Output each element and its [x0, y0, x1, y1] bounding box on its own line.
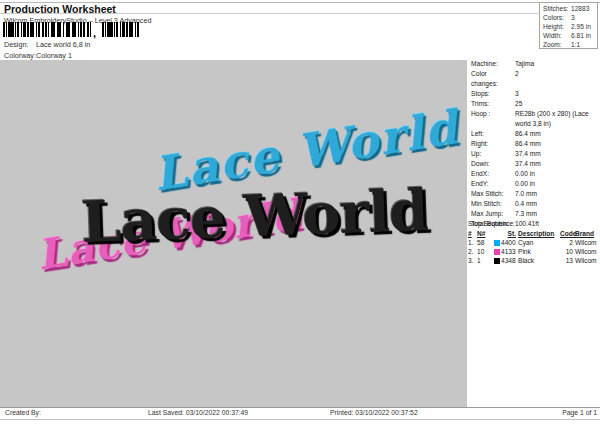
thread-number: 4348 [501, 256, 516, 265]
machine-label: Hoop : [471, 109, 515, 129]
stop-row-code: 10 [560, 247, 575, 256]
machine-value: 37.4 mm [515, 149, 599, 159]
footer-last-saved: Last Saved: 03/10/2022 00:37:49 [148, 409, 248, 416]
col-header-num: # [468, 229, 477, 238]
production-worksheet-page: Production Worksheet Wilcom EmbroiderySt… [0, 0, 600, 424]
stat-value: 6.81 in [571, 32, 591, 41]
machine-value: 2 [515, 69, 599, 89]
colorway-value: Colorway 1 [36, 51, 72, 60]
machine-label: Left: [471, 129, 515, 139]
stats-summary-box: Stitches: 12883 Colors: 3 Height: 2.95 i… [539, 2, 598, 49]
stat-colors: Colors: 3 [543, 14, 597, 23]
stop-row-description: Pink [518, 247, 560, 256]
machine-value: 0.4 mm [515, 199, 599, 209]
stop-row-n: 1 [477, 256, 494, 265]
machine-value: 7.3 mm [515, 209, 599, 219]
thread-color-swatch [494, 258, 500, 264]
stat-height: Height: 2.95 in [543, 23, 597, 32]
stop-row-num: 3. [468, 256, 477, 265]
footer-page-number: Page 1 of 1 [562, 409, 597, 416]
machine-row: Color changes:2 [471, 69, 599, 89]
col-header-description: Description [518, 229, 560, 238]
machine-row: Machine:Tajima [471, 59, 599, 69]
col-header-code: Code [560, 229, 575, 238]
machine-label: EndX: [471, 169, 515, 179]
machine-row: Down:37.4 mm [471, 159, 599, 169]
machine-label: Min Stitch: [471, 199, 515, 209]
stop-row-brand: Wilcom [575, 256, 598, 265]
col-header-n: N# [477, 229, 494, 238]
machine-row: Stops:3 [471, 89, 599, 99]
machine-row: EndY:0.00 in [471, 179, 599, 189]
col-header-st: St. [494, 229, 518, 238]
thread-color-swatch [494, 240, 500, 246]
machine-label: Trims: [471, 99, 515, 109]
machine-value: 0.00 in [515, 179, 599, 189]
machine-value: 86.4 mm [515, 139, 599, 149]
machine-row: Left:86.4 mm [471, 129, 599, 139]
machine-value: Tajima [515, 59, 599, 69]
stat-width: Width: 6.81 in [543, 32, 597, 41]
machine-label: Max Jump: [471, 209, 515, 219]
col-header-brand: Brand [575, 229, 598, 238]
stop-row-thread: 4133 [494, 247, 518, 256]
stop-row-brand: Wilcom [575, 238, 598, 247]
stat-label: Stitches: [543, 5, 571, 14]
footer-top-rule [0, 407, 600, 408]
title-underline-rule [0, 13, 538, 14]
machine-row: Right:86.4 mm [471, 139, 599, 149]
stop-row-code: 13 [560, 256, 575, 265]
stop-row-num: 2. [468, 247, 477, 256]
stop-row-n: 10 [477, 247, 494, 256]
stop-row-thread: 4400 [494, 238, 518, 247]
machine-row: Trims:25 [471, 99, 599, 109]
stat-zoom: Zoom: 1:1 [543, 41, 597, 50]
stop-sequence-table: # N# St. Description Code Brand 1. 58 44… [468, 229, 599, 265]
machine-label: Stops: [471, 89, 515, 99]
footer-bottom-rule [0, 419, 600, 420]
stop-row-num: 1. [468, 238, 477, 247]
machine-label: EndY: [471, 179, 515, 189]
machine-value: 3 [515, 89, 599, 99]
machine-value: 7.0 mm [515, 189, 599, 199]
design-value: Lace world 6,8 in [36, 40, 90, 49]
stat-label: Zoom: [543, 41, 571, 50]
stat-value: 1:1 [571, 41, 580, 50]
stat-value: 2.95 in [571, 23, 591, 32]
machine-row: Up:37.4 mm [471, 149, 599, 159]
machine-label: Up: [471, 149, 515, 159]
footer-created-by: Created By: [5, 409, 41, 416]
thread-number: 4400 [501, 238, 516, 247]
stop-row-thread: 4348 [494, 256, 518, 265]
stat-label: Colors: [543, 14, 571, 23]
design-label: Design: [4, 40, 28, 49]
stop-row-description: Cyan [518, 238, 560, 247]
machine-info-panel: Machine:Tajima Color changes:2 Stops:3 T… [471, 59, 599, 229]
stat-value: 3 [571, 14, 575, 23]
barcode-icon [102, 22, 140, 37]
machine-value: 37.4 mm [515, 159, 599, 169]
stop-sequence-title: Stop Sequence: [468, 219, 599, 229]
machine-value: 86.4 mm [515, 129, 599, 139]
stat-label: Height: [543, 23, 571, 32]
stat-value: 12883 [571, 5, 589, 14]
stop-row-n: 58 [477, 238, 494, 247]
embroidery-text-black: Lace World [80, 176, 429, 255]
thread-color-swatch [494, 249, 500, 255]
stop-row-code: 2 [560, 238, 575, 247]
machine-row: Max Stitch:7.0 mm [471, 189, 599, 199]
stat-stitches: Stitches: 12883 [543, 5, 597, 14]
machine-label: Machine: [471, 59, 515, 69]
stat-label: Width: [543, 32, 571, 41]
barcode-icon [3, 22, 92, 37]
machine-label: Color changes: [471, 69, 515, 89]
machine-label: Down: [471, 159, 515, 169]
machine-label: Right: [471, 139, 515, 149]
footer-printed: Printed: 03/10/2022 00:37:52 [330, 409, 418, 416]
stop-sequence-panel: Stop Sequence: # N# St. Description Code… [468, 219, 599, 265]
machine-value: RE28b (200 x 280) (Lace world 3,8 in) [515, 109, 599, 129]
stop-row-brand: Wilcom [575, 247, 598, 256]
machine-label: Max Stitch: [471, 189, 515, 199]
colorway-label: Colorway: [4, 51, 36, 60]
machine-row: EndX:0.00 in [471, 169, 599, 179]
